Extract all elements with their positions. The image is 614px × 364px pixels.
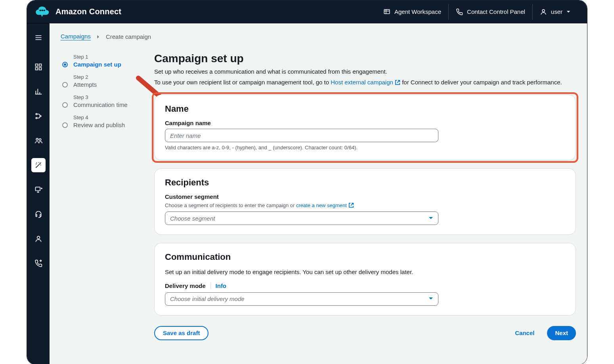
step-label: Step 2 — [73, 74, 97, 80]
name-heading: Name — [165, 104, 565, 114]
step-review-publish[interactable]: Step 4 Review and publish — [62, 114, 140, 135]
svg-rect-7 — [35, 68, 38, 70]
user-menu[interactable]: user — [532, 4, 578, 20]
step-label: Step 4 — [73, 114, 125, 120]
person-icon — [34, 235, 42, 243]
nav-tasks[interactable] — [31, 183, 46, 197]
next-button[interactable]: Next — [547, 326, 576, 340]
delivery-mode-label: Delivery mode — [165, 282, 206, 289]
host-external-link[interactable]: Host external campaign — [331, 79, 400, 86]
step-attempts[interactable]: Step 2 Attempts — [62, 74, 140, 94]
logo[interactable]: Amazon Connect — [35, 5, 121, 19]
ccp-label: Contact Control Panel — [467, 8, 525, 15]
subtitle-2-pre: To use your own recipient list or campai… — [154, 79, 331, 86]
svg-point-12 — [36, 138, 38, 140]
delivery-mode-select[interactable]: Choose initial delivery mode — [165, 292, 438, 306]
customer-segment-select[interactable]: Choose segment — [165, 212, 438, 225]
nav-campaigns[interactable] — [31, 158, 46, 172]
save-draft-button[interactable]: Save as draft — [154, 326, 208, 340]
grid-icon — [34, 63, 42, 71]
monitor-out-icon — [34, 186, 42, 194]
user-icon — [540, 8, 547, 15]
delivery-mode-info-link[interactable]: Info — [216, 282, 227, 289]
nav-phone[interactable] — [31, 256, 46, 271]
nav-profile[interactable] — [31, 232, 46, 246]
branch-icon — [34, 112, 42, 120]
breadcrumb-current: Create campaign — [106, 33, 151, 40]
step-title: Communication time — [73, 101, 128, 108]
chevron-down-icon — [428, 295, 433, 302]
agent-workspace-label: Agent Workspace — [394, 8, 441, 15]
agent-workspace-link[interactable]: Agent Workspace — [376, 4, 448, 20]
svg-rect-5 — [35, 64, 38, 67]
external-link-icon — [348, 202, 354, 208]
campaign-name-hint: Valid characters are a-z, 0-9, - (hyphen… — [165, 145, 565, 151]
step-communication-time[interactable]: Step 3 Communication time — [62, 94, 140, 114]
left-sidebar — [27, 23, 50, 364]
breadcrumb-root[interactable]: Campaigns — [61, 33, 91, 40]
svg-point-9 — [36, 113, 37, 114]
wizard-footer: Save as draft Cancel Next — [154, 326, 576, 340]
step-campaign-setup[interactable]: Step 1 Campaign set up — [62, 54, 140, 74]
customer-segment-help: Choose a segment of recipients to enter … — [165, 202, 565, 208]
nav-dashboard[interactable] — [31, 60, 46, 74]
create-segment-link[interactable]: create a new segment — [296, 202, 354, 208]
communication-heading: Communication — [165, 252, 565, 262]
users-icon — [34, 137, 42, 145]
external-link-icon — [395, 80, 400, 85]
recipients-heading: Recipients — [165, 177, 565, 188]
page-subtitle-1: Set up who receives a communication and … — [154, 67, 576, 76]
svg-rect-14 — [35, 187, 40, 191]
recipients-card: Recipients Customer segment Choose a seg… — [154, 168, 576, 235]
ccp-link[interactable]: Contact Control Panel — [448, 4, 532, 20]
chevron-down-icon — [566, 8, 570, 15]
page-title: Campaign set up — [154, 52, 576, 65]
step-title: Review and publish — [73, 122, 125, 128]
divider — [210, 282, 211, 289]
wizard-steps: Step 1 Campaign set up Step 2 Attempts — [61, 52, 140, 135]
svg-point-15 — [37, 236, 40, 239]
communication-sub: Set up an initial delivery mode to engag… — [165, 268, 565, 277]
cloud-icon — [35, 5, 49, 19]
nav-users[interactable] — [31, 133, 46, 148]
nav-headset[interactable] — [31, 207, 46, 221]
svg-rect-3 — [384, 10, 390, 14]
communication-card: Communication Set up an initial delivery… — [154, 243, 576, 316]
nav-analytics[interactable] — [31, 84, 46, 99]
page-content: Campaigns Create campaign Step 1 Campaig… — [50, 23, 587, 364]
svg-rect-8 — [39, 68, 41, 70]
svg-point-10 — [36, 117, 37, 118]
step-label: Step 3 — [73, 94, 128, 100]
product-name: Amazon Connect — [55, 7, 121, 16]
wand-icon — [34, 161, 42, 169]
breadcrumb: Campaigns Create campaign — [61, 33, 576, 40]
user-label: user — [551, 8, 562, 15]
select-placeholder: Choose segment — [170, 215, 215, 222]
name-card: Name Campaign name Valid characters are … — [154, 95, 576, 160]
chevron-down-icon — [428, 215, 433, 222]
subtitle-2-post: for Connect to deliver your campaign and… — [402, 79, 562, 86]
bar-chart-icon — [34, 88, 42, 95]
top-header: Amazon Connect Agent Workspace Contact C… — [27, 0, 587, 23]
svg-point-11 — [40, 115, 41, 116]
menu-toggle[interactable] — [31, 30, 46, 45]
nav-routing[interactable] — [31, 109, 46, 123]
chevron-right-icon — [96, 33, 100, 40]
headset-icon — [34, 210, 42, 218]
campaign-name-label: Campaign name — [165, 120, 565, 126]
page-subtitle-2: To use your own recipient list or campai… — [154, 78, 576, 87]
svg-rect-6 — [39, 64, 41, 67]
campaign-name-input[interactable] — [165, 129, 438, 142]
hamburger-icon — [34, 34, 42, 42]
step-title: Campaign set up — [73, 61, 121, 68]
phone-out-icon — [34, 259, 42, 267]
phone-icon — [456, 8, 463, 15]
customer-segment-label: Customer segment — [165, 193, 565, 200]
step-title: Attempts — [73, 81, 97, 88]
step-label: Step 1 — [73, 54, 121, 60]
svg-point-4 — [542, 10, 545, 12]
cancel-button[interactable]: Cancel — [507, 326, 542, 340]
svg-point-13 — [39, 139, 41, 141]
select-placeholder: Choose initial delivery mode — [170, 295, 245, 302]
workspace-icon — [383, 8, 390, 15]
